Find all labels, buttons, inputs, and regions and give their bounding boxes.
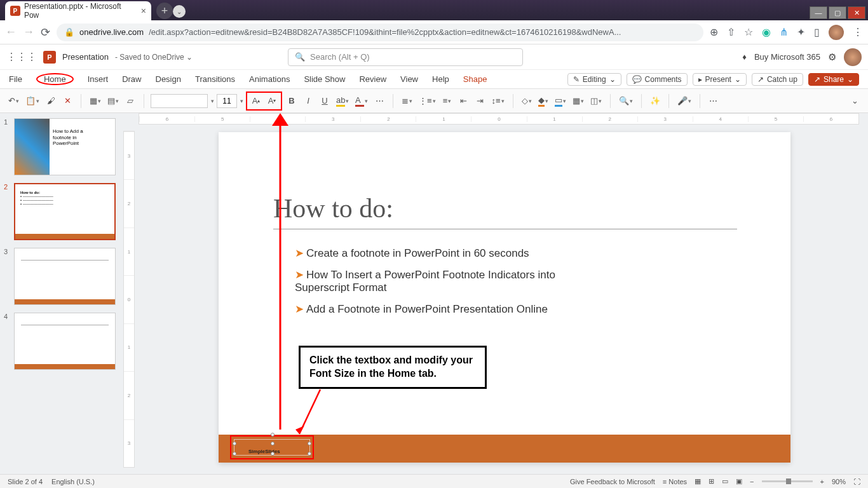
chrome-profile-chevron[interactable]: ⌄ [173,5,186,18]
delete-button[interactable]: ✕ [60,93,74,109]
font-color-button[interactable]: A▾ [353,93,370,109]
tab-close-icon[interactable]: × [141,6,146,16]
numbering-button[interactable]: ⋮≡▾ [417,93,438,109]
tab-insert[interactable]: Insert [88,74,109,84]
bullets-button[interactable]: ≣▾ [400,93,414,109]
italic-button[interactable]: I [301,93,315,109]
nav-back-icon[interactable]: ← [5,25,17,39]
shapes-button[interactable]: ◇▾ [520,93,534,109]
footnote-text[interactable]: SimpleSlides [248,449,280,454]
notes-toggle[interactable]: ≡ Notes [663,478,687,485]
tab-home[interactable]: Home [36,73,74,85]
tab-file[interactable]: File [9,74,22,84]
tab-design[interactable]: Design [156,74,181,84]
font-name-input[interactable] [151,94,208,108]
feedback-link[interactable]: Give Feedback to Microsoft [570,478,655,485]
new-tab-button[interactable]: + [156,3,173,19]
buy-m365[interactable]: Buy Microsoft 365 [754,52,820,62]
thumbnail-4[interactable] [14,313,116,370]
fit-to-window-icon[interactable]: ⛶ [853,478,860,485]
share-button[interactable]: ↗ Share ⌄ [808,73,859,86]
bullet-3[interactable]: ➤Add a Footnote in PowerPoint Presentati… [295,302,548,316]
bold-button[interactable]: B [285,93,299,109]
shape-outline-button[interactable]: ▭▾ [553,93,568,109]
thumbnail-3[interactable] [14,248,116,305]
slide-title[interactable]: How to do: [273,193,393,224]
extensions-icon[interactable]: ✦ [797,26,805,38]
doc-name[interactable]: Presentation [62,52,109,62]
window-minimize[interactable]: — [810,6,827,19]
comments-button[interactable]: 💬 Comments [627,73,688,86]
side-panel-icon[interactable]: ▯ [814,26,820,38]
layout-button[interactable]: ▤▾ [105,93,121,109]
bullet-2[interactable]: ➤How To Insert a PowerPoint Footnote Ind… [295,268,568,294]
nav-reload-icon[interactable]: ⟳ [41,25,50,39]
slide-counter[interactable]: Slide 2 of 4 [8,478,43,485]
chrome-avatar[interactable] [829,25,844,40]
share-page-icon[interactable]: ⇧ [727,26,735,38]
save-status[interactable]: - Saved to OneDrive ⌄ [115,53,193,62]
find-button[interactable]: 🔍▾ [617,93,635,109]
bookmark-icon[interactable]: ☆ [744,26,753,38]
zoom-in-button[interactable]: + [820,478,824,485]
user-avatar[interactable] [844,48,862,66]
zoom-level[interactable]: 90% [832,478,846,485]
present-button[interactable]: ▸ Present ⌄ [693,73,747,86]
shape-fill-button[interactable]: ◆▾ [536,93,550,109]
more-commands-button[interactable]: ⋯ [707,93,721,109]
quick-styles-button[interactable]: ◫▾ [588,93,604,109]
search-box[interactable]: 🔍 Search (Alt + Q) [288,48,523,66]
catchup-button[interactable]: ↗ Catch up [752,73,803,86]
settings-gear-icon[interactable]: ⚙ [828,51,836,63]
url-box[interactable]: 🔒 onedrive.live.com /edit.aspx?action=ed… [57,24,703,41]
undo-button[interactable]: ↶▾ [6,93,21,109]
slide[interactable]: How to do: ➤Create a footnote in PowerPo… [219,132,790,463]
highlight-button[interactable]: ab▾ [334,93,351,109]
zoom-out-button[interactable]: − [750,478,754,485]
format-painter-button[interactable]: 🖌 [44,93,58,109]
cast-icon[interactable]: ⋔ [780,26,788,38]
thumbnail-2[interactable]: How to do:• ————————• ————————• ———————— [14,183,116,240]
zoom-slider[interactable] [762,480,813,482]
view-reading-icon[interactable]: ▭ [722,477,728,485]
dictate-button[interactable]: 🎤▾ [675,93,693,109]
new-slide-button[interactable]: ▦▾ [88,93,103,109]
paste-button[interactable]: 📋▾ [24,93,41,109]
tab-draw[interactable]: Draw [122,74,141,84]
increase-indent-button[interactable]: ⇥ [473,93,487,109]
bullet-1[interactable]: ➤Create a footnote in PowerPoint in 60 s… [295,247,529,260]
arrange-button[interactable]: ▦▾ [571,93,586,109]
language-status[interactable]: English (U.S.) [51,478,95,485]
align-button[interactable]: ≡▾ [440,93,454,109]
view-slideshow-icon[interactable]: ▣ [736,477,742,485]
tab-help[interactable]: Help [432,74,449,84]
grow-font-button[interactable]: A▴ [249,93,263,109]
chrome-menu-icon[interactable]: ⋮ [853,26,863,38]
window-close[interactable]: ✕ [848,6,865,19]
shrink-font-button[interactable]: A▾ [265,93,279,109]
thumbnail-1[interactable]: How to Add afootnote inPowerPoint [14,118,116,175]
line-spacing-button[interactable]: ↕≡▾ [490,93,506,109]
collapse-ribbon-icon[interactable]: ⌄ [848,93,862,109]
editing-mode-button[interactable]: ✎ Editing ⌄ [567,73,621,86]
browser-tab[interactable]: P Presentation.pptx - Microsoft Pow × [5,1,151,20]
font-size-input[interactable] [217,94,237,108]
tab-view[interactable]: View [400,74,418,84]
tab-review[interactable]: Review [359,74,386,84]
tab-shape[interactable]: Shape [463,74,487,84]
underline-button[interactable]: U [318,93,332,109]
reset-button[interactable]: ▱ [123,93,137,109]
app-launcher-icon[interactable]: ⋮⋮⋮ [6,51,37,63]
view-sorter-icon[interactable]: ⊞ [709,477,714,485]
decrease-indent-button[interactable]: ⇤ [457,93,471,109]
window-maximize[interactable]: ▢ [829,6,846,19]
extension-icon[interactable]: ◉ [762,26,771,38]
tab-animations[interactable]: Animations [249,74,290,84]
designer-button[interactable]: ✨ [648,93,662,109]
zoom-icon[interactable]: ⊕ [710,26,718,38]
slide-canvas[interactable]: 6543210123456 3210123 How to do: ➤Create… [123,113,868,474]
tab-slideshow[interactable]: Slide Show [304,74,345,84]
view-normal-icon[interactable]: ▦ [695,477,701,485]
tab-transitions[interactable]: Transitions [195,74,235,84]
more-font-button[interactable]: ⋯ [372,93,386,109]
